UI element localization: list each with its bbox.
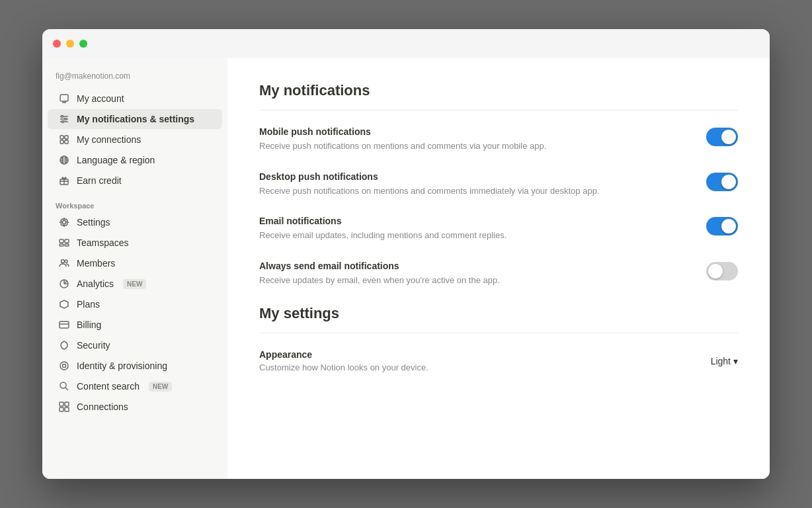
sidebar-item-billing[interactable]: Billing — [48, 315, 222, 335]
desktop-push-toggle[interactable] — [706, 173, 738, 191]
sidebar-item-label: Teamspaces — [77, 237, 129, 248]
gear-icon — [58, 216, 70, 228]
sidebar-item-security[interactable]: Security — [48, 335, 222, 355]
svg-rect-9 — [60, 136, 63, 139]
sidebar-item-content-search[interactable]: Content search NEW — [48, 376, 222, 396]
always-email-title: Always send email notifications — [259, 261, 500, 271]
identity-icon — [58, 360, 70, 372]
svg-rect-26 — [65, 239, 69, 243]
mobile-push-desc: Receive push notifications on mentions a… — [259, 140, 546, 153]
sidebar-item-label: Members — [77, 258, 115, 269]
svg-point-6 — [61, 116, 63, 118]
always-email-desc: Receive updates by email, even when you'… — [259, 274, 500, 287]
plans-icon — [58, 298, 70, 310]
svg-point-37 — [60, 362, 68, 370]
sidebar-item-settings[interactable]: Settings — [48, 212, 222, 232]
svg-rect-28 — [65, 244, 69, 246]
security-icon — [58, 339, 70, 351]
sidebar-item-analytics[interactable]: Analytics NEW — [48, 274, 222, 294]
svg-rect-35 — [60, 321, 69, 328]
connections-icon — [58, 134, 70, 146]
sidebar-item-label: Settings — [77, 217, 110, 228]
sidebar-item-label: Language & region — [77, 155, 155, 165]
minimize-button[interactable] — [66, 40, 74, 48]
appearance-text: Appearance Customize how Notion looks on… — [259, 349, 428, 372]
mobile-push-toggle[interactable] — [706, 128, 738, 146]
sidebar-item-plans[interactable]: Plans — [48, 294, 222, 314]
svg-rect-27 — [60, 244, 63, 246]
desktop-push-title: Desktop push notifications — [259, 171, 600, 182]
fullscreen-button[interactable] — [79, 40, 87, 48]
svg-rect-25 — [60, 239, 63, 243]
main-content: My notifications Mobile push notificatio… — [227, 58, 770, 479]
mobile-push-text: Mobile push notifications Receive push n… — [259, 126, 546, 153]
svg-rect-13 — [65, 140, 68, 144]
sidebar-item-identity-provisioning[interactable]: Identity & provisioning — [48, 356, 222, 376]
appearance-title: Appearance — [259, 349, 428, 360]
email-notifications-toggle[interactable] — [706, 217, 738, 235]
svg-rect-0 — [60, 95, 68, 101]
appearance-desc: Customize how Notion looks on your devic… — [259, 362, 428, 372]
settings-title: My settings — [259, 305, 738, 322]
sidebar-item-label: Earn credit — [77, 175, 122, 186]
members-icon — [58, 257, 70, 269]
sidebar-item-teamspaces[interactable]: Teamspaces — [48, 233, 222, 253]
appearance-value: Light — [711, 356, 731, 366]
desktop-push-text: Desktop push notifications Receive push … — [259, 171, 600, 198]
sidebar-item-earn-credit[interactable]: Earn credit — [48, 171, 222, 190]
sidebar-item-label: Connections — [77, 402, 128, 412]
sidebar-item-my-account[interactable]: My account — [48, 89, 222, 108]
sidebar-item-connections[interactable]: Connections — [48, 397, 222, 417]
svg-rect-41 — [60, 402, 63, 406]
sidebar-item-label: My account — [77, 93, 124, 104]
email-notifications-text: Email notifications Receive email update… — [259, 216, 507, 242]
desktop-push-row: Desktop push notifications Receive push … — [259, 171, 738, 198]
always-email-toggle[interactable] — [706, 262, 738, 280]
sidebar-item-my-connections[interactable]: My connections — [48, 130, 222, 149]
sidebar-item-label: Billing — [77, 319, 101, 330]
email-notifications-row: Email notifications Receive email update… — [259, 216, 738, 242]
sidebar-item-label: My notifications & settings — [77, 114, 194, 124]
close-button[interactable] — [53, 40, 61, 48]
sidebar-email: fig@makenotion.com — [42, 69, 227, 89]
svg-rect-11 — [65, 136, 68, 139]
appearance-row: Appearance Customize how Notion looks on… — [259, 349, 738, 372]
sidebar-item-my-notifications[interactable]: My notifications & settings — [48, 109, 222, 129]
sidebar-item-label: Identity & provisioning — [77, 360, 167, 371]
svg-point-39 — [60, 382, 66, 388]
settings-divider — [259, 333, 738, 333]
mobile-push-row: Mobile push notifications Receive push n… — [259, 126, 738, 153]
window-content: fig@makenotion.com My account My notific… — [42, 58, 770, 479]
sidebar-item-label: Analytics — [77, 278, 114, 289]
content-search-badge: NEW — [149, 382, 172, 392]
svg-point-8 — [62, 121, 64, 123]
svg-rect-15 — [60, 140, 63, 144]
desktop-push-desc: Receive push notifications on mentions a… — [259, 185, 600, 198]
always-email-text: Always send email notifications Receive … — [259, 261, 500, 287]
sidebar-item-label: Content search — [77, 381, 140, 392]
connections2-icon — [58, 401, 70, 413]
svg-rect-42 — [65, 402, 69, 406]
sidebar: fig@makenotion.com My account My notific… — [42, 58, 227, 479]
appearance-select[interactable]: Light ▾ — [711, 356, 738, 366]
analytics-badge: NEW — [123, 279, 146, 289]
sidebar-item-members[interactable]: Members — [48, 253, 222, 273]
mobile-push-title: Mobile push notifications — [259, 126, 546, 137]
chevron-down-icon: ▾ — [733, 356, 738, 366]
gift-icon — [58, 175, 70, 187]
sidebar-item-label: Security — [77, 340, 110, 351]
email-notifications-title: Email notifications — [259, 216, 507, 226]
traffic-lights — [53, 40, 87, 48]
sidebar-item-label: My connections — [77, 134, 141, 145]
settings-icon — [58, 113, 70, 125]
teamspaces-icon — [58, 237, 70, 249]
sidebar-item-language-region[interactable]: Language & region — [48, 150, 222, 170]
svg-line-40 — [65, 388, 68, 390]
analytics-icon — [58, 278, 70, 290]
account-icon — [58, 93, 70, 105]
svg-point-7 — [65, 118, 67, 120]
globe-icon — [58, 154, 70, 166]
notifications-title: My notifications — [259, 82, 738, 99]
main-window: fig@makenotion.com My account My notific… — [42, 29, 770, 479]
svg-rect-44 — [65, 407, 69, 411]
